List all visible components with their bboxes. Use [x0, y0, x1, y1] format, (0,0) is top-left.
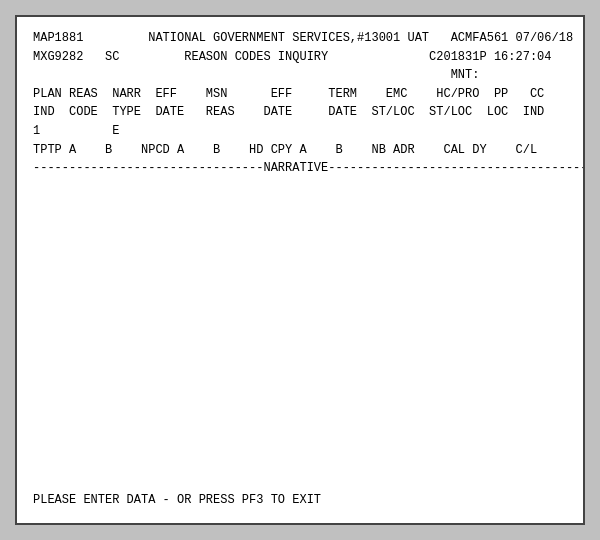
status-message: PLEASE ENTER DATA - OR PRESS PF3 TO EXIT	[33, 491, 321, 509]
terminal-window: MAP1881 NATIONAL GOVERNMENT SERVICES,#13…	[15, 15, 585, 525]
line-8: IND CODE TYPE DATE REAS DATE DATE ST/LOC…	[33, 103, 567, 122]
line-12: --------------------------------NARRATIV…	[33, 159, 567, 178]
line-7: PLAN REAS NARR EFF MSN EFF TERM EMC HC/P…	[33, 85, 567, 104]
line-3: MXG9282 SC REASON CODES INQUIRY C201831P…	[33, 48, 567, 67]
line-11: TPTP A B NPCD A B HD CPY A B NB ADR CAL …	[33, 141, 567, 160]
line-1: MAP1881 NATIONAL GOVERNMENT SERVICES,#13…	[33, 29, 567, 48]
line-9: 1 E	[33, 122, 567, 141]
line-5: MNT:	[33, 66, 567, 85]
